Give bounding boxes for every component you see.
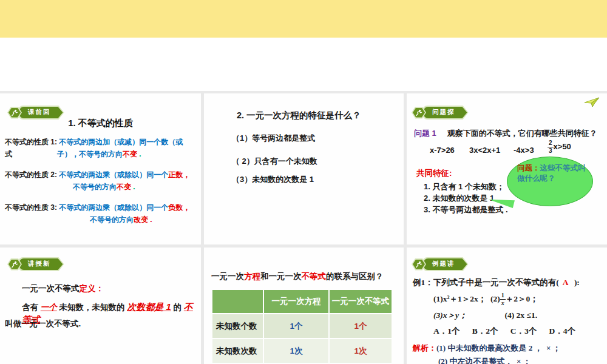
example-expressions-1: (1)x²＋1＞2x； (2)1x＋2＞0； [433,292,538,306]
slide-thumbnail-2[interactable]: 2. 一元一次方程的特征是什么？ （1）等号两边都是整式 （ 2）只含有一个未知… [204,93,404,244]
badge-banner: 讲授新 [18,257,64,271]
fraction-inequality: 23x>50 [548,140,571,154]
badge-banner: 课前回 [18,106,64,120]
slide-thumbnail-1[interactable]: 课前回 1. 不等式的性质 不等式的性质 1: 不等式的两边加（或减）同一个数（… [0,93,201,244]
section-badge-explore: 问题探 [412,106,469,120]
common-feature-2: 2. 未知数的次数是 1 [424,192,494,204]
table-header-blank [212,290,263,313]
common-feature-3: 3. 不等号两边都是整式 . [424,204,508,216]
property-3: 不等式的性质 3: 不等式的两边乘（或除以）同一个负数， 不等号的方向改变 . [5,201,198,226]
answer-options: A．1个 B．2个 C．3个 D．4个 [433,325,575,337]
question-1-line: 问题 1观察下面的不等式，它们有哪些共同特征？ [414,127,597,140]
comparison-title: 一元一次方程和一元一次不等式的联系与区别？ [211,271,384,283]
feature-item-2: （ 2）只含有一个未知数 [232,155,317,167]
table-row: 未知数次数 1次 1次 [212,339,392,363]
badge-banner: 例题讲 [422,257,469,271]
badge-label: 讲授新 [19,258,63,270]
badge-label: 例题讲 [424,258,467,270]
property-1: 不等式的性质 1: 不等式的两边加（或减）同一个数（或 式子），不等号的方向不变… [5,136,198,160]
table-header-inequality: 一元一次不等式 [330,290,392,313]
property-2: 不等式的性质 2: 不等式的两边乘（或除以）同一个正数， 不等号的方向不变 . [5,169,198,193]
slide-thumbnail-4[interactable]: 讲授新 一元一次不等式定义： 含有 一个 未知数，未知数的 次数都是 1 的 不… [0,248,201,364]
analysis-line-2: (2) 中左边不是整式， × ； [438,356,531,364]
slide-thumbnail-5[interactable]: 一元一次方程和一元一次不等式的联系与区别？ 一元一次方程 一元一次不等式 未知数… [204,248,404,364]
paper-plane-icon [584,97,600,110]
question-speech-bubble: 问题：这些不等式叫做什么呢？ [507,157,593,206]
feature-item-1: （1）等号两边都是整式 [232,132,315,144]
table-header-equation: 一元一次方程 [264,290,328,313]
slide-sorter-page: 课前回 1. 不等式的性质 不等式的性质 1: 不等式的两边加（或减）同一个数（… [0,0,607,364]
slide-thumbnail-3[interactable]: 问题探 问题 1观察下面的不等式，它们有哪些共同特征？ x-7>26 3x<2x… [407,93,607,244]
slide-grid: 课前回 1. 不等式的性质 不等式的性质 1: 不等式的两边加（或减）同一个数（… [0,91,607,364]
slide2-title: 2. 一元一次方程的特征是什么？ [237,109,361,121]
example-question: 例1：下列式子中是一元一次不等式的有(A ): [413,277,580,289]
badge-banner: 问题探 [422,106,469,120]
definition-heading: 一元一次不等式定义： [22,283,104,295]
bubble-text: 问题：这些不等式叫做什么呢？ [517,163,589,184]
feature-item-3: （3）未知数的次数是 1 [232,174,314,186]
common-feature-1: 1. 只含有 1 个未知数； [424,181,504,193]
example-expressions-2: (3)x＞y；(4) 2x ≤1. [433,309,537,322]
slide-thumbnail-6[interactable]: 例题讲 例1：下列式子中是一元一次不等式的有(A ): (1)x²＋1＞2x； … [407,248,607,364]
section-badge-review: 课前回 [7,106,64,120]
common-features-label: 共同特征: [416,167,452,180]
badge-label: 课前回 [19,107,63,118]
section-badge-teach: 讲授新 [7,257,64,271]
section-badge-example: 例题讲 [412,257,469,271]
comparison-table: 一元一次方程 一元一次不等式 未知数个数 1个 1个 未知数次数 1次 1次 [211,289,393,364]
top-banner [0,0,607,38]
table-row: 未知数个数 1个 1个 [212,314,392,338]
badge-label: 问题探 [424,107,467,118]
analysis-line-1: 解析：(1) 中未知数的最高次数是 2 ， × ； [413,342,561,354]
definition-sentence-2: 叫做一元一次不等式. [5,318,81,330]
